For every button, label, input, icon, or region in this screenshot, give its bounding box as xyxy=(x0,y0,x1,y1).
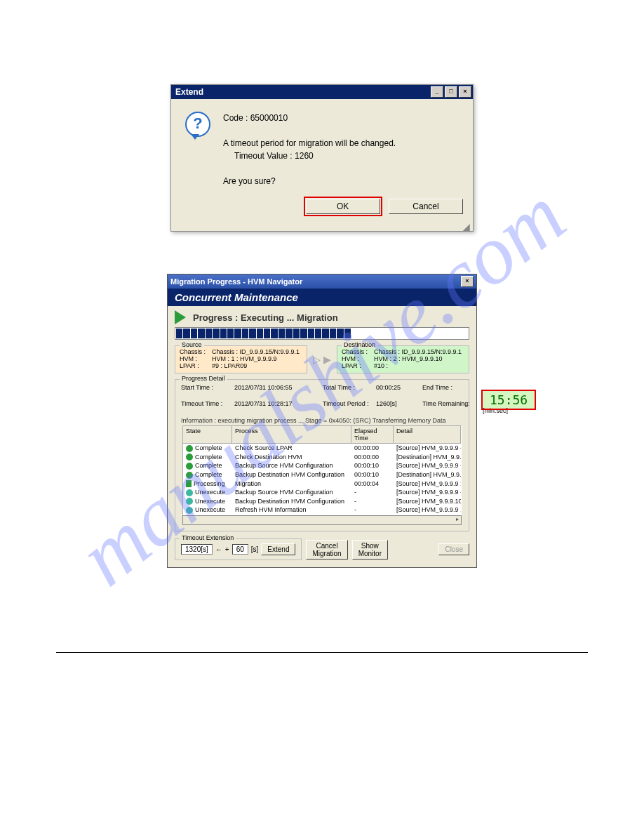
titlebar: Extend _ □ × xyxy=(171,85,473,99)
row-process: Backup Destination HVM Configuration xyxy=(232,470,351,479)
row-state: Complete xyxy=(195,454,222,461)
src-hvm-k: HVM : xyxy=(180,355,212,362)
progress-title: Migration Progress - HVM Navigator xyxy=(170,277,459,286)
row-elapsed: - xyxy=(351,488,394,497)
plus-label: + xyxy=(225,545,229,553)
ext-current-value: 1320[s] xyxy=(181,544,213,555)
dialog-message: Code : 65000010 A timeout period for mig… xyxy=(223,112,396,187)
message-confirm: Are you sure? xyxy=(223,175,396,187)
cancel-button[interactable]: Cancel xyxy=(389,199,463,214)
ext-title: Timeout Extension xyxy=(180,534,236,541)
pending-icon xyxy=(186,489,193,496)
time-remaining-k: Time Remaining: xyxy=(422,400,478,407)
row-process: Refresh HVM Information xyxy=(232,505,351,515)
row-elapsed: 00:00:10 xyxy=(351,470,394,479)
arrow-right-icon xyxy=(175,310,186,324)
table-row[interactable]: ProcessingMigration00:00:04[Source] HVM_… xyxy=(183,479,461,489)
start-time-k: Start Time : xyxy=(181,384,230,391)
extend-dialog: Extend _ □ × ? Code : 65000010 A timeout… xyxy=(170,84,474,232)
row-detail: [Source] HVM_9.9.9.9 - Backup HVM xyxy=(394,488,461,497)
row-state: Unexecute xyxy=(195,489,225,496)
source-title: Source xyxy=(180,341,204,348)
dst-chassis-v: Chassis : ID_9.9.9.15/N:9.9.9.1 xyxy=(374,348,462,355)
timeout-period-k: Timeout Period : xyxy=(323,400,372,407)
close-button[interactable]: × xyxy=(461,276,474,287)
show-monitor-button[interactable]: Show Monitor xyxy=(352,540,388,560)
check-icon xyxy=(186,454,193,461)
dialog-title: Extend xyxy=(173,87,429,97)
row-detail: [Source] HVM_9.9.9.9 - Migration Ex xyxy=(394,444,461,453)
row-state: Complete xyxy=(195,471,222,478)
src-chassis-v: Chassis : ID_9.9.9.15/N:9.9.9.1 xyxy=(212,348,300,355)
row-elapsed: 00:00:00 xyxy=(351,453,394,462)
row-process: Backup Source HVM Configuration xyxy=(232,488,351,497)
row-elapsed: 00:00:04 xyxy=(351,479,394,489)
timeout-period-v: 1260[s] xyxy=(376,400,418,407)
row-elapsed: - xyxy=(351,505,394,515)
maximize-button[interactable]: □ xyxy=(445,86,457,98)
scroll-right-button[interactable]: ▸ xyxy=(182,515,462,525)
row-elapsed: 00:00:00 xyxy=(351,444,394,453)
progress-status-label: Progress : Executing ... Migration xyxy=(193,312,338,323)
progress-titlebar: Migration Progress - HVM Navigator × xyxy=(168,274,476,289)
row-detail: [Source] HVM_9.9.9.9 - Backup HVM xyxy=(394,461,461,470)
minimize-button[interactable]: _ xyxy=(431,86,443,98)
dest-title: Destination xyxy=(342,341,377,348)
col-elapsed[interactable]: Elapsed Time xyxy=(351,426,394,443)
left-arrow-icon: ← xyxy=(215,545,222,553)
table-row[interactable]: UnexecuteBackup Destination HVM Configur… xyxy=(183,497,461,506)
total-time-k: Total Time : xyxy=(323,384,372,391)
information-line: Information : executing migration proces… xyxy=(181,417,463,424)
row-detail: [Destination] HVM_9.9.9.10 - Migratio xyxy=(394,453,461,462)
row-state: Complete xyxy=(195,462,222,469)
row-detail: [Destination] HVM_9.9.9.10 - Backup xyxy=(394,470,461,479)
start-time-v: 2012/07/31 10:06:55 xyxy=(234,384,318,391)
row-detail: [Source] HVM_9.9.9.10 - Backup xyxy=(394,497,461,506)
time-remaining-unit: [min:sec] xyxy=(483,407,508,414)
message-line1: A timeout period for migration will be c… xyxy=(223,137,396,150)
table-row[interactable]: UnexecuteBackup Source HVM Configuration… xyxy=(183,488,461,497)
timeout-time-v: 2012/07/31 10:28:17 xyxy=(234,400,318,407)
table-row[interactable]: CompleteCheck Destination HVM00:00:00[De… xyxy=(183,453,461,462)
col-state[interactable]: State xyxy=(183,426,232,443)
total-time-v: 00:00:25 xyxy=(376,384,418,391)
detail-title: Progress Detail xyxy=(180,375,227,382)
code-label: Code : 65000010 xyxy=(223,112,396,124)
row-process: Backup Source HVM Configuration xyxy=(232,461,351,470)
page-footer-rule xyxy=(56,652,588,660)
migration-progress-window: Migration Progress - HVM Navigator × Con… xyxy=(167,274,477,568)
row-elapsed: - xyxy=(351,497,394,506)
play-icon xyxy=(186,480,192,487)
table-row[interactable]: CompleteBackup Destination HVM Configura… xyxy=(183,470,461,479)
check-icon xyxy=(186,463,193,470)
dst-lpar-k: LPAR : xyxy=(342,362,374,369)
row-process: Check Source LPAR xyxy=(232,444,351,453)
col-process[interactable]: Process xyxy=(232,426,351,443)
progress-header: Concurrent Maintenance xyxy=(168,289,476,306)
row-state: Processing xyxy=(194,480,225,487)
close-button[interactable]: × xyxy=(459,86,471,98)
col-detail[interactable]: Detail xyxy=(394,426,461,443)
ext-unit: [s] xyxy=(251,545,259,553)
pending-icon xyxy=(186,498,193,505)
src-lpar-v: #9 : LPAR09 xyxy=(212,362,247,369)
ok-button[interactable]: OK xyxy=(306,199,380,214)
close-button: Close xyxy=(438,543,469,555)
pending-icon xyxy=(186,507,193,514)
table-row[interactable]: CompleteCheck Source LPAR00:00:00[Source… xyxy=(183,444,461,453)
check-icon xyxy=(186,472,193,479)
resize-grip-icon[interactable]: ◢ xyxy=(171,224,473,231)
progress-bar xyxy=(175,327,469,340)
row-state: Unexecute xyxy=(195,498,225,505)
table-row[interactable]: UnexecuteRefresh HVM Information-[Source… xyxy=(183,505,461,515)
extend-button[interactable]: Extend xyxy=(261,543,295,555)
destination-panel: Destination Chassis :Chassis : ID_9.9.9.… xyxy=(337,345,469,373)
process-table: State Process Elapsed Time Detail Comple… xyxy=(182,425,462,515)
ext-spin-input[interactable]: 60 xyxy=(232,544,248,555)
timeout-extension-group: Timeout Extension 1320[s] ← + 60 [s] Ext… xyxy=(175,538,302,560)
cancel-migration-button[interactable]: Cancel Migration xyxy=(306,540,347,560)
table-row[interactable]: CompleteBackup Source HVM Configuration0… xyxy=(183,461,461,470)
dst-hvm-v: HVM : 2 : HVM_9.9.9.10 xyxy=(374,355,443,362)
row-detail: [Source] HVM_9.9.9.9 : LPAR09 => xyxy=(394,479,461,489)
src-hvm-v: HVM : 1 : HVM_9.9.9.9 xyxy=(212,355,277,362)
